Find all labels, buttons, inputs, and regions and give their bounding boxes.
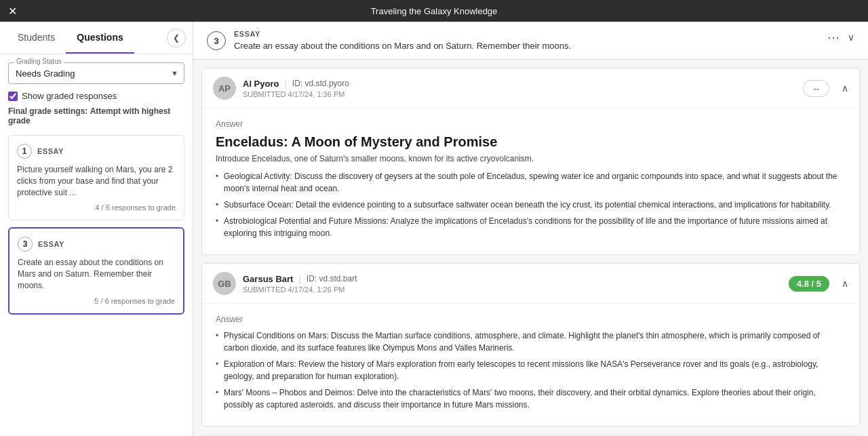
close-button[interactable]: ✕ [8, 5, 17, 18]
student-name-row-garsus-bart: Garsus Bart | ID: vd.std.bart [243, 274, 782, 284]
question-responses-3: 5 / 6 responses to grade [18, 297, 175, 305]
grade-badge-garsus-bart: 4.8 / 5 [789, 276, 829, 292]
tab-students[interactable]: Students [7, 22, 66, 54]
question-description-1: Picture yourself walking on Mars, you ar… [17, 164, 176, 198]
question-header-bar: 3 ESSAY Create an essay about the condit… [193, 22, 868, 60]
bullet-3-al-pyoro: Astrobiological Potential and Future Mis… [216, 215, 846, 239]
student-name-al-pyoro: Al Pyoro [243, 79, 279, 89]
student-id-al-pyoro: ID: vd.std.pyoro [292, 79, 349, 88]
sidebar: Students Questions ❮ Grading Status Need… [0, 22, 193, 436]
question-header-actions: ⋯ ∨ [827, 30, 854, 45]
question-type-3: ESSAY [38, 240, 64, 248]
question-card-1-header: 1 ESSAY [17, 144, 176, 159]
question-type-1: ESSAY [37, 147, 64, 155]
submitted-garsus-bart: SUBMITTED 4/17/24, 1:26 PM [243, 285, 782, 294]
response-header-al-pyoro: AP Al Pyoro | ID: vd.std.pyoro SUBMITTED… [202, 68, 859, 108]
question-number-1: 1 [17, 144, 32, 159]
show-graded-row: Show graded responses [8, 91, 184, 101]
question-number-3: 3 [18, 237, 33, 252]
bullet-2-garsus-bart: Exploration of Mars: Review the history … [216, 358, 846, 382]
app-title: Traveling the Galaxy Knowledge [371, 6, 498, 16]
collapse-al-pyoro[interactable]: ∧ [842, 83, 848, 94]
active-question-number: 3 [207, 31, 226, 50]
final-grade-label: Final grade settings: [8, 106, 87, 116]
response-body-garsus-bart: Answer Physical Conditions on Mars: Disc… [202, 304, 859, 426]
active-question-type: ESSAY [234, 30, 819, 38]
response-body-al-pyoro: Answer Enceladus: A Moon of Mystery and … [202, 108, 859, 254]
final-grade-settings: Final grade settings: Attempt with highe… [8, 106, 184, 125]
sidebar-content: Grading Status Needs Grading ▼ Show grad… [0, 54, 193, 436]
grading-status-label: Grading Status [14, 58, 64, 65]
student-info-al-pyoro: Al Pyoro | ID: vd.std.pyoro SUBMITTED 4/… [243, 79, 796, 98]
submitted-al-pyoro: SUBMITTED 4/17/24, 1:36 PM [243, 90, 796, 98]
response-card-garsus-bart: GB Garsus Bart | ID: vd.std.bart SUBMITT… [201, 263, 860, 427]
response-header-garsus-bart: GB Garsus Bart | ID: vd.std.bart SUBMITT… [202, 264, 859, 304]
bullet-2-al-pyoro: Subsurface Ocean: Detail the evidence po… [216, 199, 846, 211]
question-description-3: Create an essay about the conditions on … [18, 257, 175, 291]
tab-questions[interactable]: Questions [66, 22, 134, 54]
question-responses-1: 4 / 6 responses to grade [17, 203, 176, 212]
answer-bullets-al-pyoro: Geological Activity: Discuss the discove… [216, 170, 846, 239]
question-header-content: ESSAY Create an essay about the conditio… [234, 30, 819, 51]
main-layout: Students Questions ❮ Grading Status Need… [0, 22, 868, 436]
answer-label-1: Answer [216, 119, 846, 129]
answer-title-al-pyoro: Enceladus: A Moon of Mystery and Promise [216, 134, 846, 150]
answer-intro-al-pyoro: Introduce Enceladus, one of Saturn's sma… [216, 154, 846, 163]
nav-back-arrow[interactable]: ❮ [167, 28, 186, 47]
top-bar: ✕ Traveling the Galaxy Knowledge [0, 0, 868, 22]
grade-button-al-pyoro[interactable]: -- [803, 80, 829, 97]
grading-status-value: Needs Grading [16, 68, 88, 79]
grading-status-dropdown-icon: ▼ [171, 69, 178, 77]
bullet-1-al-pyoro: Geological Activity: Discuss the discove… [216, 170, 846, 195]
avatar-garsus-bart: GB [213, 272, 236, 295]
bullet-1-garsus-bart: Physical Conditions on Mars: Discuss the… [216, 330, 846, 354]
answer-label-2: Answer [216, 315, 846, 324]
collapse-garsus-bart[interactable]: ∧ [842, 278, 848, 289]
content-area: 3 ESSAY Create an essay about the condit… [193, 22, 868, 436]
expand-button[interactable]: ∨ [848, 32, 854, 43]
tabs-header: Students Questions ❮ [0, 22, 193, 54]
question-card-3[interactable]: 3 ESSAY Create an essay about the condit… [8, 227, 184, 314]
question-card-1[interactable]: 1 ESSAY Picture yourself walking on Mars… [8, 135, 184, 220]
student-name-row-al-pyoro: Al Pyoro | ID: vd.std.pyoro [243, 79, 796, 89]
active-question-text: Create an essay about the conditions on … [234, 41, 819, 51]
answer-bullets-garsus-bart: Physical Conditions on Mars: Discuss the… [216, 330, 846, 411]
question-card-3-header: 3 ESSAY [18, 237, 175, 252]
avatar-al-pyoro: AP [213, 77, 236, 100]
student-name-garsus-bart: Garsus Bart [243, 274, 293, 284]
more-options-button[interactable]: ⋯ [827, 30, 841, 45]
grading-status-field[interactable]: Grading Status Needs Grading ▼ [8, 62, 184, 84]
show-graded-checkbox[interactable] [8, 92, 18, 101]
response-card-al-pyoro: AP Al Pyoro | ID: vd.std.pyoro SUBMITTED… [201, 68, 860, 255]
student-id-garsus-bart: ID: vd.std.bart [307, 274, 357, 283]
show-graded-label: Show graded responses [22, 91, 117, 101]
bullet-3-garsus-bart: Mars' Moons – Phobos and Deimos: Delve i… [216, 387, 846, 411]
student-info-garsus-bart: Garsus Bart | ID: vd.std.bart SUBMITTED … [243, 274, 782, 294]
